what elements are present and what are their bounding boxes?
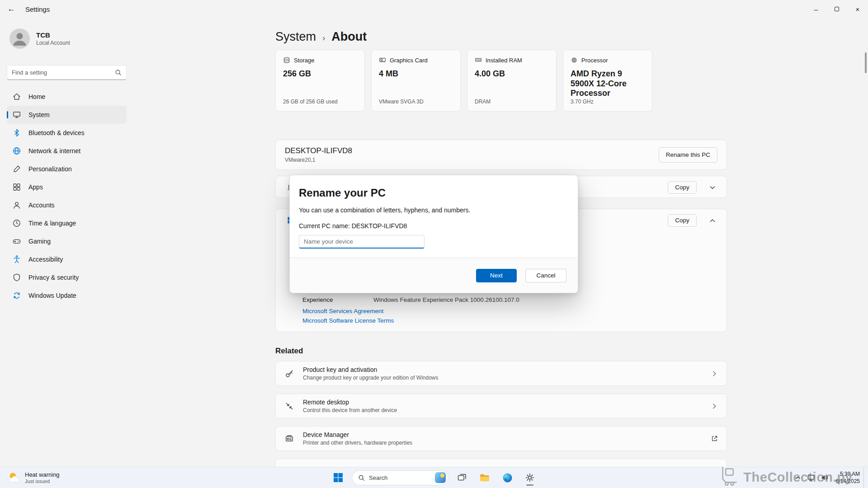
maximize-button[interactable]: [826, 0, 847, 18]
system-icon: [12, 110, 21, 119]
device-manager-row[interactable]: Device Manager Printer and other drivers…: [275, 426, 727, 451]
spec-card-value: AMD Ryzen 9 5900X 12-Core Processor: [571, 69, 645, 99]
dialog-title: Rename your PC: [299, 186, 569, 200]
sidebar-item-privacy[interactable]: Privacy & security: [7, 268, 127, 286]
services-agreement-link[interactable]: Microsoft Services Agreement: [302, 308, 383, 314]
account-profile[interactable]: TCB Local Account: [9, 28, 124, 49]
maximize-icon: [835, 7, 839, 11]
taskbar-search-label: Search: [369, 474, 431, 481]
settings-button[interactable]: [521, 469, 539, 487]
titlebar: ← Settings – ×: [0, 0, 868, 18]
bluetooth-icon: [12, 128, 21, 137]
sidebar-item-gaming[interactable]: Gaming: [7, 232, 127, 250]
related-title: Device Manager: [303, 431, 412, 438]
task-view-button[interactable]: [453, 469, 471, 487]
settings-search-input[interactable]: [12, 69, 115, 76]
cancel-button[interactable]: Cancel: [525, 269, 566, 282]
spec-card-label: Installed RAM: [486, 57, 522, 64]
settings-search[interactable]: [7, 65, 127, 80]
sidebar-item-home[interactable]: Home: [7, 88, 127, 106]
collapse-button[interactable]: [705, 213, 720, 228]
bitlocker-row[interactable]: BitLocker: [275, 459, 727, 467]
volume-tray-button[interactable]: [818, 469, 831, 487]
shield-icon: [12, 273, 21, 282]
back-button[interactable]: ←: [2, 1, 21, 17]
related-list: Product key and activation Change produc…: [275, 361, 727, 467]
sidebar-item-label: Network & internet: [28, 147, 80, 155]
edge-button[interactable]: [498, 469, 516, 487]
start-button[interactable]: [329, 469, 347, 487]
sidebar-item-network[interactable]: Network & internet: [7, 142, 127, 160]
app-title: Settings: [25, 5, 50, 13]
account-name: TCB: [36, 31, 70, 39]
hidden-icons-button[interactable]: [792, 469, 804, 487]
device-name: DESKTOP-ILIFVD8: [285, 146, 352, 155]
chevron-down-icon: [708, 183, 717, 192]
person-icon: [9, 28, 30, 49]
spec-card-value: 4.00 GB: [475, 69, 549, 79]
tray-date: 6/14/2025: [836, 478, 860, 485]
sidebar-item-bluetooth[interactable]: Bluetooth & devices: [7, 124, 127, 142]
dialog-description: You can use a combination of letters, hy…: [299, 206, 569, 214]
edge-icon: [502, 473, 513, 483]
sidebar-item-label: Privacy & security: [28, 274, 79, 281]
ram-icon: [475, 56, 482, 64]
experience-value: Windows Feature Experience Pack 1000.261…: [373, 296, 519, 303]
volume-icon: [821, 474, 829, 482]
clock[interactable]: 5:39 AM 6/14/2025: [836, 470, 860, 485]
sidebar-item-accessibility[interactable]: Accessibility: [7, 250, 127, 268]
taskbar-center: Search: [329, 467, 539, 488]
sidebar-item-label: Accounts: [28, 202, 55, 209]
spec-card-value: 4 MB: [379, 69, 453, 79]
spec-card-caption: DRAM: [475, 99, 549, 105]
product-key-row[interactable]: Product key and activation Change produc…: [275, 361, 727, 386]
copy-button[interactable]: Copy: [668, 181, 697, 194]
chevron-up-icon: [794, 474, 802, 481]
spec-card-caption: 26 GB of 256 GB used: [283, 99, 357, 105]
tray-time: 5:39 AM: [836, 470, 860, 478]
sidebar-item-label: System: [28, 111, 50, 118]
related-subtitle: Printer and other drivers, hardware prop…: [303, 440, 412, 446]
spec-card-value: 256 GB: [283, 69, 357, 79]
sidebar-item-windows-update[interactable]: Windows Update: [7, 286, 127, 305]
sidebar-item-accounts[interactable]: Accounts: [7, 196, 127, 214]
sidebar-item-personalization[interactable]: Personalization: [7, 160, 127, 178]
weather-widget[interactable]: Heat warning Just issued: [4, 467, 63, 488]
person-icon: [12, 201, 21, 210]
spec-card-label: Graphics Card: [390, 57, 428, 64]
sidebar-nav: Home System Bluetooth & devices Network …: [7, 88, 127, 305]
next-button[interactable]: Next: [476, 269, 517, 282]
external-link-icon: [711, 435, 718, 442]
chevron-right-icon: [710, 402, 718, 410]
sidebar-item-apps[interactable]: Apps: [7, 178, 127, 196]
sidebar-item-label: Accessibility: [28, 256, 63, 263]
copy-button[interactable]: Copy: [668, 214, 697, 227]
network-icon: [807, 474, 815, 482]
page-title: About: [331, 30, 367, 44]
taskbar: Heat warning Just issued Search: [0, 467, 868, 488]
sidebar-item-system[interactable]: System: [7, 106, 127, 124]
file-explorer-button[interactable]: [476, 469, 494, 487]
close-button[interactable]: ×: [847, 0, 868, 18]
task-view-icon: [457, 473, 467, 483]
remote-desktop-row[interactable]: Remote desktop Control this device from …: [275, 394, 727, 418]
related-title: Remote desktop: [303, 399, 397, 406]
search-highlight-icon: [435, 472, 446, 483]
show-desktop-button[interactable]: [863, 467, 866, 488]
sidebar-item-label: Windows Update: [28, 292, 76, 299]
license-terms-link[interactable]: Microsoft Software License Terms: [302, 317, 394, 324]
minimize-button[interactable]: –: [806, 0, 826, 18]
pc-name-input[interactable]: [299, 235, 425, 249]
rename-pc-button[interactable]: Rename this PC: [659, 147, 717, 163]
breadcrumb-system[interactable]: System: [275, 30, 316, 44]
device-name-card: DESKTOP-ILIFVD8 VMware20,1 Rename this P…: [275, 140, 727, 170]
sidebar-item-time-language[interactable]: Time & language: [7, 214, 127, 232]
expand-button[interactable]: [705, 180, 720, 195]
taskbar-search[interactable]: Search: [352, 470, 448, 485]
sidebar-item-label: Bluetooth & devices: [28, 129, 85, 136]
breadcrumb: System › About: [275, 28, 727, 46]
widget-title: Heat warning: [25, 471, 60, 478]
network-tray-button[interactable]: [804, 469, 818, 487]
search-icon: [358, 474, 365, 481]
scrollbar-thumb[interactable]: [865, 52, 867, 73]
